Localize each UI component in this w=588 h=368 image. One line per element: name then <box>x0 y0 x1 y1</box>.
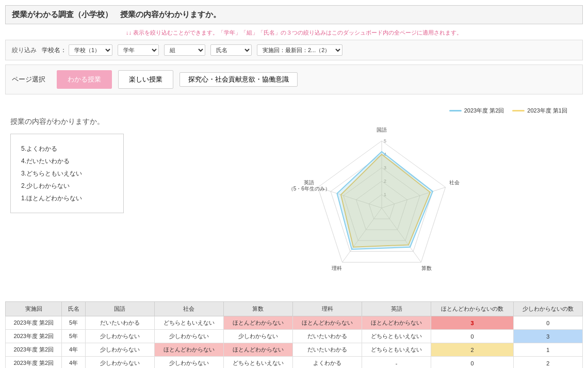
table-cell: だいたいわかる <box>85 316 154 330</box>
table-cell: だいたいわかる <box>292 330 362 343</box>
table-cell: ほとんどわからない <box>154 343 223 357</box>
table-header: 国語 <box>85 302 154 316</box>
table-header: 英語 <box>362 302 431 316</box>
svg-text:国語: 国語 <box>377 127 387 133</box>
filter-row: 絞り込み 学校名： 学校（1） 学年 組 氏名 実施回：最新回：2...（2） <box>5 40 583 60</box>
table-cell: 少しわからない <box>85 330 154 343</box>
legend-label: 2023年度 第1回 <box>527 107 567 115</box>
svg-marker-16 <box>341 154 430 247</box>
table-cell: だいたいわかる <box>292 343 362 357</box>
filter-label: 絞り込み <box>12 46 37 55</box>
legend-line <box>512 110 525 111</box>
radar-legend: 2023年度 第2回 2023年度 第1回 <box>449 107 583 115</box>
table-cell: 2 <box>431 343 514 357</box>
table-cell: 2023年度 第2回 <box>6 343 62 357</box>
data-table-wrapper: 実施回氏名国語社会算数理科英語ほとんどわからないの数少しわからないの数2023年… <box>5 301 583 368</box>
table-cell: ほとんどわからない <box>292 316 362 330</box>
table-cell: - <box>362 357 431 369</box>
table-cell: 少しわからない <box>154 330 223 343</box>
table-cell: 0 <box>513 316 582 330</box>
table-cell: どちらともいえない <box>362 330 431 343</box>
table-cell: どちらともいえない <box>362 343 431 357</box>
table-cell: 少しわからない <box>85 357 154 369</box>
table-cell: 4年 <box>62 357 85 369</box>
table-row: 2023年度 第2回4年少しわからない少しわからないどちらともいえないよくわかる… <box>6 357 583 369</box>
table-header: 算数 <box>223 302 292 316</box>
class-select[interactable]: 組 <box>164 44 205 56</box>
legend-label: 2023年度 第2回 <box>464 107 504 115</box>
table-cell: 2023年度 第2回 <box>6 330 62 343</box>
table-cell: 少しわからない <box>154 357 223 369</box>
table-cell: 2023年度 第2回 <box>6 316 62 330</box>
date-select[interactable]: 実施回：最新回：2...（2） <box>257 44 342 56</box>
right-panel: 2023年度 第2回 2023年度 第1回 12345国語社会算数理科英語（5・… <box>181 102 583 293</box>
table-cell: 3 <box>431 316 514 330</box>
svg-text:5: 5 <box>384 138 386 143</box>
svg-text:社会: 社会 <box>449 180 460 185</box>
legend-line <box>449 110 462 111</box>
page-btn-tankyu[interactable]: 探究心・社会貢献意欲・協働意識 <box>179 72 298 87</box>
table-header: 少しわからないの数 <box>513 302 582 316</box>
table-cell: ほとんどわからない <box>362 316 431 330</box>
page-btn-wakaru[interactable]: わかる授業 <box>57 70 112 89</box>
table-cell: どちらともいえない <box>154 316 223 330</box>
table-header: 氏名 <box>62 302 85 316</box>
grade-select[interactable]: 学年 <box>118 44 159 56</box>
table-header: 理科 <box>292 302 362 316</box>
radar-container: 12345国語社会算数理科英語（5・6年生のみ） <box>279 118 485 293</box>
page-btn-tanoshii[interactable]: 楽しい授業 <box>118 70 173 89</box>
table-cell: どちらともいえない <box>223 357 292 369</box>
scale-item: 3.どちらともいえない <box>21 167 113 180</box>
school-select[interactable]: 学校（1） <box>69 44 112 56</box>
scale-item: 1.ほとんどわからない <box>21 192 113 204</box>
table-cell: ほとんどわからない <box>223 343 292 357</box>
table-cell: 4年 <box>62 343 85 357</box>
table-cell: 1 <box>513 343 582 357</box>
table-cell: 2023年度 第2回 <box>6 357 62 369</box>
scale-box: 5.よくわかる4.だいたいわかる3.どちらともいえない2.少しわからない1.ほと… <box>10 134 124 213</box>
page-wrapper: 授業がわかる調査（小学校） 授業の内容がわかりますか。 ↓↓ 表示を絞り込むこと… <box>0 0 588 368</box>
table-cell: よくわかる <box>292 357 362 369</box>
header-bar: 授業がわかる調査（小学校） 授業の内容がわかりますか。 <box>5 5 583 24</box>
scale-item: 5.よくわかる <box>21 142 113 155</box>
table-row: 2023年度 第2回4年少しわからないほとんどわからないほとんどわからないだいた… <box>6 343 583 357</box>
table-row: 2023年度 第2回5年だいたいわかるどちらともいえないほとんどわからないほとん… <box>6 316 583 330</box>
name-select[interactable]: 氏名 <box>210 44 252 56</box>
notice-text: ↓↓ 表示を絞り込むことができます。「学年」「組」「氏名」の３つの絞り込みはこの… <box>126 29 462 36</box>
table-header: 社会 <box>154 302 223 316</box>
page-select-row: ページ選択 わかる授業 楽しい授業 探究心・社会貢献意欲・協働意識 <box>5 65 583 94</box>
table-cell: 3 <box>513 330 582 343</box>
left-panel: 授業の内容がわかりますか。 5.よくわかる4.だいたいわかる3.どちらともいえな… <box>5 102 170 293</box>
table-cell: 0 <box>431 330 514 343</box>
table-header: ほとんどわからないの数 <box>431 302 514 316</box>
scale-item: 4.だいたいわかる <box>21 155 113 167</box>
table-cell: 2 <box>513 357 582 369</box>
table-cell: 少しわからない <box>85 343 154 357</box>
table-cell: 5年 <box>62 316 85 330</box>
table-cell: 5年 <box>62 330 85 343</box>
page-select-label: ページ選択 <box>12 75 51 84</box>
scale-item: 2.少しわからない <box>21 180 113 192</box>
legend-item: 2023年度 第2回 <box>449 107 504 115</box>
legend-item: 2023年度 第1回 <box>512 107 567 115</box>
table-header: 実施回 <box>6 302 62 316</box>
chart-question: 授業の内容がわかりますか。 <box>10 117 165 126</box>
notice-bar: ↓↓ 表示を絞り込むことができます。「学年」「組」「氏名」の３つの絞り込みはこの… <box>5 27 583 40</box>
table-cell: 0 <box>431 357 514 369</box>
table-cell: ほとんどわからない <box>223 316 292 330</box>
main-content: 授業の内容がわかりますか。 5.よくわかる4.だいたいわかる3.どちらともいえな… <box>5 102 583 293</box>
svg-text:理科: 理科 <box>332 265 342 271</box>
data-table: 実施回氏名国語社会算数理科英語ほとんどわからないの数少しわからないの数2023年… <box>5 301 583 368</box>
table-cell: 少しわからない <box>223 330 292 343</box>
table-row: 2023年度 第2回5年少しわからない少しわからない少しわからないだいたいわかる… <box>6 330 583 343</box>
svg-text:英語（5・6年生のみ）: 英語（5・6年生のみ） <box>288 180 330 191</box>
page-title: 授業がわかる調査（小学校） 授業の内容がわかりますか。 <box>12 10 221 20</box>
school-label: 学校名： <box>42 46 67 55</box>
svg-text:算数: 算数 <box>421 265 432 271</box>
school-filter: 学校名： 学校（1） <box>42 44 112 56</box>
